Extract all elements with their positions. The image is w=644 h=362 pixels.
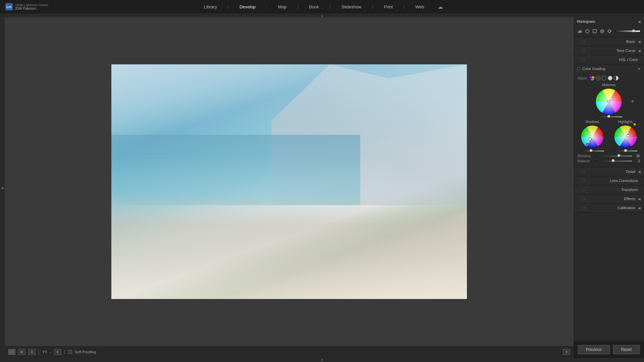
shadows-slider[interactable] <box>581 150 604 152</box>
midtones-eye-icon[interactable]: 👁 <box>631 99 635 104</box>
balance-row: Balance 0 <box>576 159 641 163</box>
view-grid-btn[interactable]: ⊞ <box>18 349 25 355</box>
svg-rect-2 <box>580 30 581 33</box>
view-single-btn[interactable]: ▪ <box>8 349 15 355</box>
highlights-color-wheel[interactable] <box>614 125 637 148</box>
hsl-toggle[interactable] <box>582 58 585 61</box>
calibration-arrow: ◀ <box>638 206 641 210</box>
nav-book[interactable]: Book <box>306 3 322 11</box>
balance-slider-thumb[interactable] <box>612 159 614 162</box>
transform-title: Transform <box>585 188 638 192</box>
blending-slider[interactable] <box>594 156 632 157</box>
nav-print[interactable]: Print <box>381 3 395 11</box>
detail-section-header[interactable]: Detail ◀ <box>574 167 644 176</box>
hsl-title: HSL / Color <box>585 58 638 62</box>
midtones-slider[interactable] <box>595 116 622 117</box>
blending-label: Blending <box>578 154 593 158</box>
nav-library[interactable]: Library <box>201 3 220 11</box>
adjust-highlight-btn[interactable] <box>608 76 612 80</box>
left-panel-toggle[interactable]: ◀ <box>0 17 5 358</box>
center-content: ▪ ⊞ ⧉ | YY - ▼ | Soft Proofing ▼ <box>5 17 574 358</box>
basic-toggle[interactable] <box>582 40 585 43</box>
blending-slider-thumb[interactable] <box>618 154 620 157</box>
cloud-icon[interactable]: ☁ <box>438 4 443 10</box>
tone-curve-toggle[interactable] <box>582 49 585 52</box>
adjust-lum-btn[interactable] <box>614 76 619 80</box>
app-name: Adobe Lightroom Classic JDW Paterson <box>15 3 48 10</box>
reset-button[interactable]: Reset <box>613 345 640 354</box>
shadows-column: Shadows <box>576 120 608 152</box>
graduated-filter-btn[interactable] <box>598 27 606 35</box>
nav-web[interactable]: Web <box>413 3 427 11</box>
color-grading-toggle[interactable] <box>577 67 580 70</box>
sky-overlay <box>111 64 467 158</box>
previous-button[interactable]: Previous <box>578 345 610 354</box>
midtones-label: Midtones <box>576 83 641 87</box>
basic-section: Basic ◀ <box>574 37 644 46</box>
shadows-wheel-container: 👁 <box>581 125 604 149</box>
adjust-all-btn[interactable] <box>590 76 594 80</box>
lens-corrections-toggle[interactable] <box>582 179 585 182</box>
effects-arrow: ◀ <box>638 197 641 201</box>
soft-proofing-checkbox[interactable] <box>68 350 72 354</box>
tool-icons-row <box>574 25 644 37</box>
date-format-label: YY <box>42 350 47 354</box>
balance-value: 0 <box>633 159 640 163</box>
tone-curve-section-header[interactable]: Tone Curve ◀ <box>574 46 644 55</box>
transform-section-header[interactable]: Transform <box>574 185 644 194</box>
histogram-header[interactable]: Histogram ◀ <box>574 17 644 25</box>
highlights-wheel-container: 👁 <box>614 125 637 149</box>
nav-develop[interactable]: Develop <box>237 3 258 11</box>
top-collapse-arrow[interactable]: ▲ <box>0 13 644 17</box>
highlights-yellow-dot <box>633 123 636 126</box>
calibration-section-header[interactable]: Calibration ◀ <box>574 203 644 212</box>
spot-removal-btn[interactable] <box>584 27 591 35</box>
midtones-slider-thumb[interactable] <box>607 115 610 118</box>
shadows-label: Shadows <box>585 120 599 124</box>
basic-section-header[interactable]: Basic ◀ <box>574 37 644 46</box>
tone-curve-arrow: ◀ <box>638 49 641 53</box>
horizon-line <box>129 154 360 154</box>
svg-point-19 <box>589 138 591 140</box>
soft-proofing-label: Soft Proofing <box>75 350 96 354</box>
brightness-slider-mini[interactable] <box>614 31 640 32</box>
adjust-midtone-btn[interactable] <box>602 76 606 80</box>
calibration-toggle[interactable] <box>582 206 585 209</box>
nav-map[interactable]: Map <box>275 3 289 11</box>
adjust-shadow-btn[interactable] <box>596 76 600 80</box>
highlights-label: Highlights <box>618 120 633 124</box>
balance-slider[interactable] <box>594 161 632 162</box>
tone-curve-section: Tone Curve ◀ <box>574 46 644 55</box>
redeye-btn[interactable] <box>591 27 598 35</box>
app-logo: Lrc Adobe Lightroom Classic JDW Paterson <box>5 3 48 10</box>
shadows-eye-icon[interactable]: 👁 <box>600 135 603 139</box>
highlights-slider[interactable] <box>614 150 637 152</box>
effects-section-header[interactable]: Effects ◀ <box>574 194 644 203</box>
detail-section: Detail ◀ <box>574 167 644 176</box>
transform-toggle[interactable] <box>582 188 585 191</box>
effects-toggle[interactable] <box>582 197 585 200</box>
svg-point-23 <box>627 134 629 137</box>
crop-tool-btn[interactable] <box>576 27 584 35</box>
graduated-icon <box>600 29 604 34</box>
detail-toggle[interactable] <box>582 170 585 173</box>
nav-slideshow[interactable]: Slideshow <box>339 3 364 11</box>
shadows-slider-thumb[interactable] <box>590 149 592 152</box>
bottom-collapse-arrow[interactable]: ▼ <box>0 358 644 362</box>
view-compare-btn[interactable]: ⧉ <box>28 349 36 355</box>
toolbar-dropdown-btn[interactable]: ▼ <box>563 349 570 355</box>
color-grading-header[interactable]: Color Grading ▼ <box>574 64 644 73</box>
highlights-eye-icon[interactable]: 👁 <box>635 135 638 139</box>
hsl-section-header[interactable]: HSL / Color <box>574 55 644 64</box>
date-format-btn[interactable]: ▼ <box>54 349 61 355</box>
brightness-slider-thumb[interactable] <box>632 29 635 32</box>
svg-point-7 <box>601 31 603 32</box>
color-grading-title: Color Grading <box>582 67 637 71</box>
midtones-color-wheel[interactable] <box>595 88 622 115</box>
balance-label: Balance <box>578 159 593 163</box>
radial-filter-btn[interactable] <box>606 27 613 35</box>
svg-point-16 <box>607 100 610 103</box>
highlights-slider-thumb[interactable] <box>624 149 627 152</box>
svg-rect-5 <box>593 29 596 33</box>
lens-corrections-header[interactable]: Lens Corrections <box>574 176 644 185</box>
